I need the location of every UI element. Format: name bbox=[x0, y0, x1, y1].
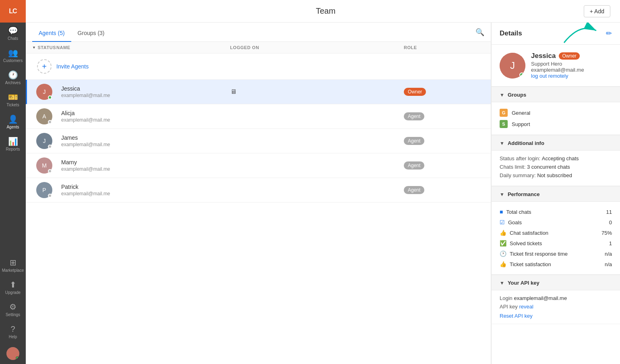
perf-row-left: 🕐 Ticket first response time bbox=[500, 250, 568, 257]
profile-online-indicator bbox=[519, 72, 524, 77]
agent-status-cell: M bbox=[32, 157, 56, 174]
chats-limit-value: 3 concurrent chats bbox=[527, 164, 570, 170]
status-after-login-value: Accepting chats bbox=[542, 155, 579, 161]
daily-summary-label: Daily summary: bbox=[500, 172, 536, 178]
user-avatar bbox=[6, 347, 19, 360]
agent-row[interactable]: J James examplemail@mail.me Agent bbox=[26, 129, 491, 153]
agent-role-cell: Agent bbox=[404, 112, 484, 120]
agent-role-badge: Agent bbox=[404, 161, 424, 170]
add-button[interactable]: + Add bbox=[584, 5, 610, 17]
sidebar-item-label: Agents bbox=[6, 125, 19, 129]
perf-row-icon: 👍 bbox=[500, 230, 506, 236]
sidebar-item-archives[interactable]: 🕐 Archives bbox=[0, 67, 26, 89]
perf-row-value: 11 bbox=[606, 209, 612, 215]
perf-row-label: Ticket first response time bbox=[510, 251, 568, 257]
invite-plus-button[interactable]: + bbox=[37, 59, 52, 74]
sidebar-item-marketplace[interactable]: ⊞ Marketplace bbox=[0, 254, 26, 277]
agent-status-dot bbox=[48, 194, 52, 198]
agent-status-dot bbox=[48, 169, 52, 173]
status-after-login-label: Status after login: bbox=[500, 155, 540, 161]
logout-remotely-link[interactable]: log out remotely bbox=[531, 73, 584, 79]
info-row-chats-limit: Chats limit: 3 concurrent chats bbox=[500, 164, 612, 170]
col-logged-on: LOGGED ON bbox=[230, 45, 404, 50]
sidebar-logo: LC bbox=[0, 0, 26, 23]
col-role: ROLE bbox=[404, 45, 484, 50]
sidebar-item-agents[interactable]: 👤 Agents bbox=[0, 111, 26, 133]
perf-row-icon: ☑ bbox=[500, 219, 505, 225]
api-key-chevron-icon: ▼ bbox=[500, 280, 504, 286]
api-login-row: Login examplemail@mail.me bbox=[500, 295, 612, 301]
invite-agents-row[interactable]: + Invite Agents bbox=[26, 54, 491, 80]
additional-info-title: Additional info bbox=[508, 140, 544, 146]
invite-text: Invite Agents bbox=[56, 63, 230, 70]
agent-email: examplemail@mail.me bbox=[61, 93, 230, 98]
perf-row-left: 👍 Ticket satisfaction bbox=[500, 261, 551, 267]
agent-row[interactable]: P Patrick examplemail@mail.me Agent bbox=[26, 178, 491, 203]
agent-info: James examplemail@mail.me bbox=[56, 134, 230, 147]
user-avatar-container[interactable] bbox=[0, 343, 26, 364]
perf-row-label: Solved tickets bbox=[510, 240, 542, 246]
marketplace-icon: ⊞ bbox=[10, 259, 17, 267]
profile-title: Support Hero bbox=[531, 61, 584, 67]
agent-role-badge: Owner bbox=[404, 88, 426, 96]
sidebar-item-label: Settings bbox=[6, 312, 20, 317]
api-section-content: Login examplemail@mail.me API key reveal… bbox=[492, 290, 620, 324]
groups-chevron-icon: ▼ bbox=[500, 92, 504, 98]
sidebar-item-customers[interactable]: 👥 Customers bbox=[0, 45, 26, 67]
profile-email: examplemail@mail.me bbox=[531, 67, 584, 73]
api-login-value: examplemail@mail.me bbox=[514, 295, 567, 301]
sidebar-item-label: Archives bbox=[5, 81, 21, 85]
agent-avatar-wrapper: J bbox=[36, 84, 52, 100]
agents-icon: 👤 bbox=[8, 115, 18, 123]
sidebar-item-tickets[interactable]: 🎫 Tickets bbox=[0, 89, 26, 111]
perf-row-left: ■ Total chats bbox=[500, 209, 531, 215]
sidebar-item-reports[interactable]: 📊 Reports bbox=[0, 133, 26, 155]
search-icon[interactable]: 🔍 bbox=[475, 23, 484, 41]
agent-email: examplemail@mail.me bbox=[61, 117, 230, 123]
reports-icon: 📊 bbox=[8, 137, 18, 145]
reset-api-key-link[interactable]: Reset API key bbox=[500, 313, 612, 319]
general-group-label: General bbox=[512, 110, 530, 116]
groups-list: G General S Support bbox=[492, 102, 620, 135]
agent-email: examplemail@mail.me bbox=[61, 191, 230, 196]
tab-agents[interactable]: Agents (5) bbox=[32, 25, 71, 42]
customers-icon: 👥 bbox=[8, 49, 18, 57]
tab-groups[interactable]: Groups (3) bbox=[71, 25, 111, 42]
performance-row: 👍 Ticket satisfaction n/a bbox=[500, 259, 612, 269]
sidebar-item-chats[interactable]: 💬 Chats bbox=[0, 23, 26, 45]
archives-icon: 🕐 bbox=[8, 71, 18, 79]
performance-title: Performance bbox=[508, 191, 539, 197]
sidebar-item-upgrade[interactable]: ⬆ Upgrade bbox=[0, 277, 26, 299]
agent-row[interactable]: A Alicja examplemail@mail.me Agent bbox=[26, 104, 491, 129]
perf-row-value: n/a bbox=[605, 261, 612, 267]
profile-name: Jessica bbox=[531, 52, 556, 60]
sidebar-item-help[interactable]: ? Help bbox=[0, 321, 26, 343]
monitor-icon: 🖥 bbox=[230, 88, 237, 95]
sidebar-item-settings[interactable]: ⚙ Settings bbox=[0, 299, 26, 321]
perf-row-value: 75% bbox=[601, 230, 612, 236]
sidebar-bottom: ⊞ Marketplace ⬆ Upgrade ⚙ Settings ? Hel… bbox=[0, 254, 26, 364]
sidebar-item-label: Customers bbox=[3, 58, 23, 63]
agent-list-panel: Agents (5) Groups (3) 🔍 ▼ STATUS NAME LO… bbox=[26, 23, 491, 364]
details-header: Details ✏ bbox=[492, 23, 620, 45]
performance-chevron-icon: ▼ bbox=[500, 192, 504, 197]
invite-icon-cell: + bbox=[32, 59, 56, 74]
sidebar-item-label: Chats bbox=[8, 36, 18, 41]
page-title: Team bbox=[68, 6, 584, 16]
sidebar-item-label: Help bbox=[9, 335, 17, 339]
agent-status-cell: P bbox=[32, 182, 56, 198]
api-reveal-link[interactable]: reveal bbox=[519, 304, 533, 310]
agent-row[interactable]: M Marny examplemail@mail.me Agent bbox=[26, 153, 491, 178]
perf-row-label: Chat satisfaction bbox=[510, 230, 548, 236]
profile-role-badge: Owner bbox=[559, 52, 579, 60]
col-status: ▼ STATUS bbox=[32, 45, 56, 50]
agent-name: Alicja bbox=[61, 110, 230, 116]
agent-row[interactable]: J Jessica examplemail@mail.me 🖥 Owner bbox=[26, 80, 491, 104]
agent-role-cell: Agent bbox=[404, 137, 484, 145]
edit-icon[interactable]: ✏ bbox=[606, 29, 612, 38]
agent-role-cell: Owner bbox=[404, 88, 484, 96]
performance-list: ■ Total chats 11 ☑ Goals 0 👍 Chat satisf… bbox=[492, 202, 620, 275]
perf-row-value: 0 bbox=[609, 219, 612, 225]
api-login-label: Login bbox=[500, 295, 513, 301]
help-icon: ? bbox=[10, 325, 15, 333]
